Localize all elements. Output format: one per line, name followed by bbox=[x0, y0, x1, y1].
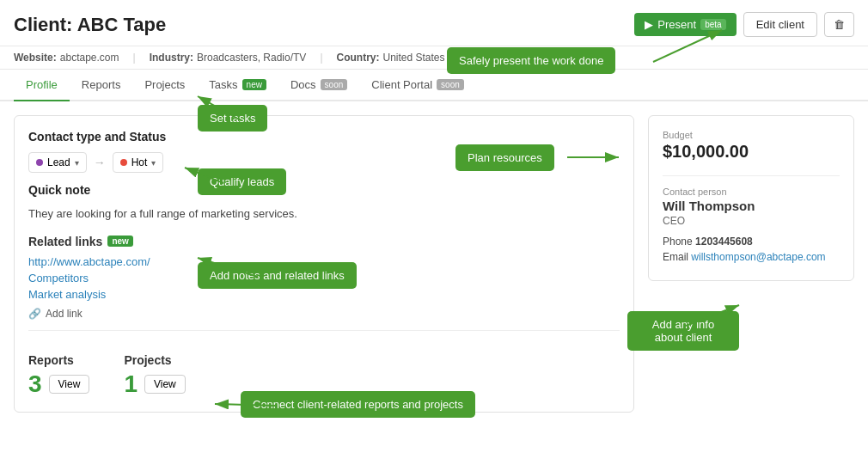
stats-row: Reports 3 View Projects 1 View bbox=[28, 341, 620, 398]
quick-note-title: Quick note bbox=[28, 183, 620, 197]
page-header: Client: ABC Tape ▶ Present beta Edit cli… bbox=[0, 0, 868, 46]
add-link-button[interactable]: 🔗 Add link bbox=[28, 308, 620, 320]
city-meta: City: Twin Falls bbox=[475, 52, 547, 64]
meta-bar: Website: abctape.com | Industry: Broadca… bbox=[0, 46, 868, 70]
contact-person-label: Contact person bbox=[663, 187, 840, 197]
phone-detail: Phone 1203445608 bbox=[663, 236, 840, 248]
reports-label: Reports bbox=[28, 353, 89, 367]
contact-status-row: Lead ▾ → Hot ▾ bbox=[28, 152, 620, 173]
status-arrow: → bbox=[94, 156, 106, 169]
tab-bar: Profile Reports Projects Tasks new Docs … bbox=[0, 70, 868, 101]
email-link[interactable]: willsthompson@abctape.com bbox=[691, 251, 825, 263]
tab-projects[interactable]: Projects bbox=[132, 70, 197, 101]
link-item-1[interactable]: http://www.abctape.com/ bbox=[28, 255, 620, 268]
reports-stat: Reports 3 View bbox=[28, 353, 89, 398]
quick-note-section: Quick note They are looking for a full r… bbox=[28, 183, 620, 223]
main-content: Contact type and Status Lead ▾ → Hot ▾ bbox=[0, 101, 868, 438]
client-info-card: Budget $10,000.00 Contact person Will Th… bbox=[648, 115, 854, 281]
related-links-section: Related links new http://www.abctape.com… bbox=[28, 235, 620, 320]
left-panel: Contact type and Status Lead ▾ → Hot ▾ bbox=[14, 115, 634, 425]
page-title: Client: ABC Tape bbox=[14, 14, 166, 36]
budget-value: $10,000.00 bbox=[663, 142, 840, 162]
contact-status-card: Contact type and Status Lead ▾ → Hot ▾ bbox=[14, 115, 634, 413]
related-links-title: Related links new bbox=[28, 235, 620, 248]
hot-chevron: ▾ bbox=[151, 158, 156, 168]
present-icon: ▶ bbox=[645, 18, 653, 31]
website-meta: Website: abctape.com bbox=[14, 52, 119, 64]
link-icon: 🔗 bbox=[28, 308, 41, 320]
projects-count: 1 bbox=[124, 370, 138, 398]
budget-label: Budget bbox=[663, 130, 840, 140]
link-item-2[interactable]: Competitors bbox=[28, 272, 620, 285]
tab-tasks[interactable]: Tasks new bbox=[197, 70, 278, 101]
related-links-badge: new bbox=[107, 236, 132, 247]
hot-label: Hot bbox=[131, 156, 148, 168]
hot-dot bbox=[120, 159, 127, 166]
projects-stat: Projects 1 View bbox=[124, 353, 185, 398]
edit-client-button[interactable]: Edit client bbox=[743, 12, 817, 37]
lead-chevron: ▾ bbox=[75, 158, 79, 168]
present-button[interactable]: ▶ Present beta bbox=[634, 13, 736, 36]
tab-profile[interactable]: Profile bbox=[14, 70, 70, 101]
docs-soon-badge: soon bbox=[321, 79, 348, 90]
reports-count: 3 bbox=[28, 370, 42, 398]
portal-soon-badge: soon bbox=[437, 79, 464, 90]
beta-badge: beta bbox=[700, 19, 725, 30]
quick-note-text: They are looking for a full range of mar… bbox=[28, 205, 620, 223]
reports-content: 3 View bbox=[28, 370, 89, 398]
hot-dropdown[interactable]: Hot ▾ bbox=[113, 152, 164, 173]
header-actions: ▶ Present beta Edit client 🗑 bbox=[634, 12, 854, 37]
country-meta: Country: United States bbox=[337, 52, 445, 64]
projects-view-button[interactable]: View bbox=[144, 375, 186, 394]
email-detail: Email willsthompson@abctape.com bbox=[663, 251, 840, 263]
contact-name: Will Thompson bbox=[663, 199, 840, 213]
lead-dropdown[interactable]: Lead ▾ bbox=[28, 152, 87, 173]
lead-label: Lead bbox=[47, 156, 70, 168]
reports-view-button[interactable]: View bbox=[49, 375, 90, 394]
contact-status-title: Contact type and Status bbox=[28, 130, 620, 144]
tab-docs[interactable]: Docs soon bbox=[278, 70, 359, 101]
tab-client-portal[interactable]: Client Portal soon bbox=[359, 70, 476, 101]
link-item-3[interactable]: Market analysis bbox=[28, 288, 620, 301]
contact-role: CEO bbox=[663, 215, 840, 227]
lead-dot bbox=[36, 159, 43, 166]
right-panel: Budget $10,000.00 Contact person Will Th… bbox=[648, 115, 854, 425]
projects-content: 1 View bbox=[124, 370, 185, 398]
projects-label: Projects bbox=[124, 353, 185, 367]
tab-reports[interactable]: Reports bbox=[70, 70, 133, 101]
delete-button[interactable]: 🗑 bbox=[824, 12, 854, 37]
tasks-new-badge: new bbox=[242, 79, 266, 90]
industry-meta: Industry: Broadcasters, Radio/TV bbox=[150, 52, 307, 64]
